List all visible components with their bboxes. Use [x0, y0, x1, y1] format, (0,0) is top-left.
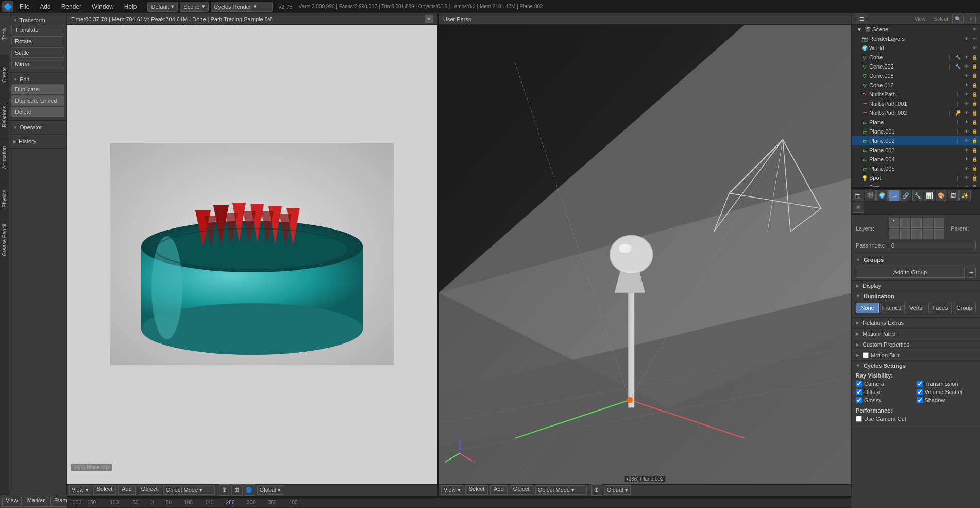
diffuse-checkbox[interactable]	[856, 389, 862, 395]
3d-object-btn[interactable]: Object	[510, 485, 533, 495]
volume-scatter-checkbox[interactable]	[917, 389, 923, 395]
layer-2[interactable]	[900, 218, 910, 228]
render-viewport-close[interactable]: ✕	[425, 15, 433, 23]
3d-global-dropdown[interactable]: Global ▾	[604, 485, 631, 495]
scale-button[interactable]: Scale	[11, 47, 64, 58]
render-object-btn[interactable]: Object	[138, 485, 161, 495]
transmission-checkbox[interactable]	[917, 381, 923, 387]
outliner-view-btn[interactable]: ☰	[856, 14, 867, 24]
motion-blur-checkbox[interactable]	[863, 352, 869, 358]
props-physics-icon[interactable]: ⚛	[853, 202, 864, 213]
props-render-icon[interactable]: 📷	[853, 190, 864, 201]
outliner-item-scene[interactable]: ▼ 🎬 Scene 👁	[852, 25, 980, 34]
tab-tools[interactable]: Tools	[0, 13, 9, 55]
menu-add[interactable]: Add	[36, 2, 55, 11]
menu-render[interactable]: Render	[57, 2, 86, 11]
add-to-group-button[interactable]: Add to Group	[856, 267, 965, 278]
duplication-header[interactable]: ▼ Duplication	[852, 291, 980, 301]
outliner-item-plane003[interactable]: ▭ Plane.003 👁 🔒	[852, 145, 980, 155]
motion-blur-section[interactable]: ▶ Motion Blur	[852, 350, 980, 361]
render-add-btn[interactable]: Add	[118, 485, 136, 495]
3d-view-dropdown[interactable]: View ▾	[441, 485, 463, 495]
render-global-dropdown[interactable]: Global ▾	[257, 485, 283, 495]
render-engine-dropdown[interactable]: Cycles Render ▾	[211, 2, 273, 12]
snap-icon[interactable]: 🔵	[244, 484, 255, 496]
render-select-btn[interactable]: Select	[93, 485, 116, 495]
outliner-item-sun[interactable]: ☀ Sun | 👁 🔒	[852, 183, 980, 189]
relations-extras-section[interactable]: ▶ Relations Extras	[852, 318, 980, 329]
tab-relations[interactable]: Relations	[0, 96, 9, 137]
props-modifiers-icon[interactable]: 🔧	[912, 190, 923, 201]
outliner-item-nurbspath001[interactable]: 〜 NurbsPath.001 | 👁 🔒	[852, 99, 980, 108]
bottom-marker-btn[interactable]: Marker	[24, 497, 48, 507]
outliner-search-btn[interactable]: 🔍	[952, 14, 964, 24]
screen-layout-dropdown[interactable]: Default ▾	[147, 2, 178, 12]
history-header[interactable]: ▶ History	[11, 137, 64, 146]
shadow-checkbox[interactable]	[917, 397, 923, 403]
props-constraints-icon[interactable]: 🔗	[900, 190, 911, 201]
operator-header[interactable]: ▼ Operator	[11, 123, 64, 132]
dup-group-btn[interactable]: Group	[953, 303, 976, 313]
groups-header[interactable]: ▼ Groups	[852, 255, 980, 265]
layer-6[interactable]	[889, 229, 899, 239]
transform-header[interactable]: ▼ Transform	[11, 15, 64, 25]
custom-properties-section[interactable]: ▶ Custom Properties	[852, 339, 980, 350]
menu-window[interactable]: Window	[88, 2, 118, 11]
layer-5[interactable]	[934, 218, 944, 228]
add-group-plus-btn[interactable]: +	[967, 267, 976, 278]
outliner-item-cone002[interactable]: ▽ Cone.002 | 🔧 👁 🔒	[852, 62, 980, 71]
props-object-icon[interactable]: ▭	[888, 190, 900, 201]
glossy-checkbox[interactable]	[856, 397, 862, 403]
outliner-item-cone016[interactable]: ▽ Cone.016 👁 🔒	[852, 80, 980, 90]
layer-4[interactable]	[923, 218, 933, 228]
menu-help[interactable]: Help	[120, 2, 141, 11]
layer-1[interactable]	[889, 218, 899, 228]
render-canvas[interactable]: (266) Plane.002	[67, 25, 437, 484]
display-section[interactable]: ▶ Display	[852, 281, 980, 291]
dup-faces-btn[interactable]: Faces	[928, 303, 952, 313]
layer-9[interactable]	[923, 229, 933, 239]
duplicate-button[interactable]: Duplicate	[11, 84, 64, 94]
tab-create[interactable]: Create	[0, 55, 9, 96]
scene-dropdown[interactable]: Scene ▾	[180, 2, 208, 12]
object-mode-dropdown[interactable]: Object Mode ▾	[163, 485, 215, 495]
menu-file[interactable]: File	[15, 2, 33, 11]
3d-object-mode-dropdown[interactable]: Object Mode ▾	[535, 485, 587, 495]
props-world-icon[interactable]: 🌍	[876, 190, 888, 201]
layer-10[interactable]	[934, 229, 944, 239]
outliner-item-world[interactable]: 🌍 World 👁	[852, 43, 980, 53]
props-texture-icon[interactable]: 🖼	[948, 190, 959, 201]
props-scene-icon[interactable]: 🎬	[865, 190, 876, 201]
render-view-dropdown[interactable]: View ▾	[69, 485, 91, 495]
use-camera-cut-checkbox[interactable]	[856, 416, 862, 422]
delete-button[interactable]: Delete	[11, 107, 64, 117]
outliner-item-plane001[interactable]: ▭ Plane.001 | 👁 🔒	[852, 127, 980, 136]
tab-animation[interactable]: Animation	[0, 137, 9, 178]
props-data-icon[interactable]: 📊	[924, 190, 935, 201]
bottom-view-btn[interactable]: View	[2, 497, 22, 507]
outliner-item-nurbspath002[interactable]: 〜 NurbsPath.002 | 🔑 👁 🔒	[852, 108, 980, 118]
outliner-item-plane005[interactable]: ▭ Plane.005 👁 🔒	[852, 164, 980, 173]
global-icon[interactable]: ⊕	[219, 484, 230, 496]
outliner-item-plane[interactable]: ▭ Plane | 👁 🔒	[852, 118, 980, 127]
3d-global-icon[interactable]: ⊕	[591, 484, 602, 496]
pivot-icon[interactable]: ⊞	[231, 484, 243, 496]
outliner-item-cone[interactable]: ▽ Cone | 🔧 👁 🔒	[852, 53, 980, 62]
dup-frames-btn[interactable]: Frames	[880, 303, 903, 313]
duplicate-linked-button[interactable]: Duplicate Linked	[11, 95, 64, 106]
translate-button[interactable]: Translate	[11, 25, 64, 35]
layer-3[interactable]	[911, 218, 922, 228]
motion-paths-section[interactable]: ▶ Motion Paths	[852, 329, 980, 339]
outliner-add-btn[interactable]: +	[965, 14, 976, 24]
outliner-item-nurbspath[interactable]: 〜 NurbsPath | 👁 🔒	[852, 90, 980, 99]
layer-7[interactable]	[900, 229, 910, 239]
props-material-icon[interactable]: 🎨	[936, 190, 947, 201]
scene-vis-icon[interactable]: 👁	[971, 26, 978, 33]
outliner-item-cone008[interactable]: ▽ Cone.008 👁 🔒	[852, 71, 980, 80]
3d-viewport-canvas[interactable]: X Y Z (266) Plane.002	[439, 25, 851, 484]
cycles-settings-header[interactable]: ▼ Cycles Settings	[852, 361, 980, 370]
mirror-button[interactable]: Mirror	[11, 59, 64, 69]
outliner-item-plane002[interactable]: ▭ Plane.002 | 👁 🔒	[852, 136, 980, 145]
3d-add-btn[interactable]: Add	[490, 485, 508, 495]
props-particles-icon[interactable]: ✨	[959, 190, 971, 201]
